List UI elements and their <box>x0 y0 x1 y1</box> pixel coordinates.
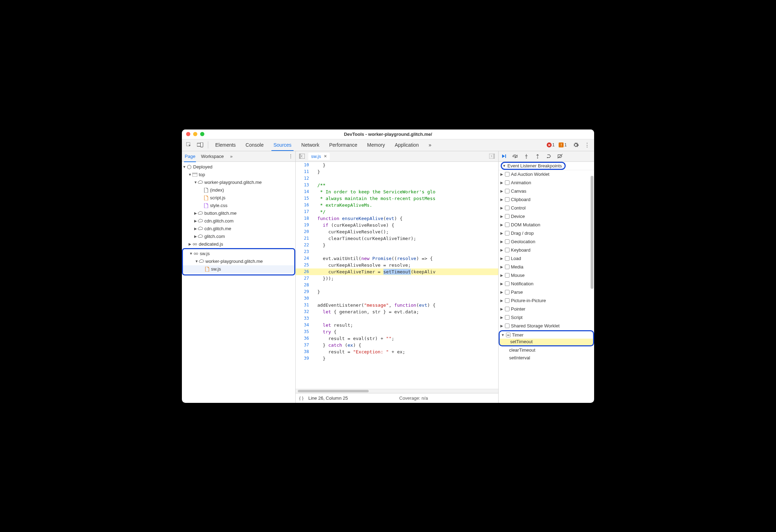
tab-sources[interactable]: Sources <box>269 139 296 151</box>
tree-file[interactable]: (index) <box>182 186 295 194</box>
step-out-icon[interactable] <box>534 153 541 159</box>
breakpoint-category[interactable]: ▶Drag / drop <box>499 229 594 238</box>
code-line[interactable]: 12 <box>296 175 498 182</box>
tree-service-worker[interactable]: ▼ sw.js <box>183 250 294 258</box>
tab-memory[interactable]: Memory <box>363 139 389 151</box>
code-line[interactable]: 13 /** <box>296 182 498 188</box>
breakpoint-category[interactable]: ▶Notification <box>499 280 594 288</box>
code-line[interactable]: 37 } catch (ex) { <box>296 342 498 348</box>
code-line[interactable]: 19 if (curKeepAliveResolve) { <box>296 222 498 228</box>
code-line[interactable]: 11 } <box>296 168 498 175</box>
checkbox[interactable] <box>505 307 509 311</box>
event-listener-breakpoints-header[interactable]: ▼ Event Listener Breakpoints <box>499 162 594 170</box>
code-line[interactable]: 15 * always maintain the most-recent pos… <box>296 195 498 202</box>
code-line[interactable]: 31 addEventListener("message", function(… <box>296 302 498 308</box>
page-tab[interactable]: Page <box>184 152 196 160</box>
step-icon[interactable] <box>546 153 552 159</box>
tree-domain-collapsed[interactable]: ▶cdn.glitch.com <box>182 217 295 225</box>
tree-dedicated-worker[interactable]: ▶ dedicated.js <box>182 240 295 248</box>
tree-top-frame[interactable]: ▼ top <box>182 171 295 179</box>
breakpoint-category-timer[interactable]: ▼Timer <box>499 330 594 339</box>
checkbox-partial[interactable] <box>506 333 511 337</box>
breakpoint-category[interactable]: ▶Canvas <box>499 187 594 195</box>
code-line[interactable]: 18 function ensureKeepAlive(evt) { <box>296 215 498 222</box>
code-line[interactable]: 25 curKeepAliveResolve = resolve; <box>296 262 498 268</box>
breakpoint-category[interactable]: ▶Control <box>499 204 594 212</box>
code-line[interactable]: 30 <box>296 295 498 302</box>
code-line[interactable]: 27 })); <box>296 275 498 282</box>
device-toolbar-icon[interactable] <box>195 140 205 149</box>
warning-counter[interactable]: !1 <box>559 142 567 147</box>
tab-performance[interactable]: Performance <box>325 139 361 151</box>
code-line[interactable]: 24 evt.waitUntil(new Promise((resolve) =… <box>296 255 498 262</box>
close-tab-icon[interactable]: ✕ <box>324 154 327 159</box>
code-line[interactable]: 29 } <box>296 288 498 295</box>
breakpoint-category[interactable]: ▶Clipboard <box>499 195 594 204</box>
code-line[interactable]: 39 } <box>296 355 498 362</box>
checkbox[interactable] <box>505 281 509 286</box>
toggle-debugger-icon[interactable] <box>488 152 496 160</box>
vertical-scrollbar[interactable] <box>591 176 593 289</box>
checkbox[interactable] <box>505 290 509 294</box>
kebab-menu-icon[interactable]: ⋮ <box>582 140 592 149</box>
breakpoint-category[interactable]: ▶Picture-in-Picture <box>499 297 594 305</box>
breakpoint-category[interactable]: ▶Geolocation <box>499 238 594 246</box>
deactivate-breakpoints-icon[interactable] <box>557 153 563 159</box>
code-editor[interactable]: 10 }11 }1213 /**14 * In order to keep th… <box>296 162 498 389</box>
checkbox[interactable] <box>505 265 509 269</box>
code-line[interactable]: 17 */ <box>296 208 498 215</box>
step-into-icon[interactable] <box>523 153 530 159</box>
code-line[interactable]: 35 try { <box>296 328 498 335</box>
more-navigator-tabs[interactable]: » <box>230 154 232 159</box>
checkbox[interactable] <box>505 315 509 320</box>
checkbox[interactable] <box>505 248 509 252</box>
navigator-menu-icon[interactable]: ⋮ <box>288 153 293 159</box>
breakpoint-sub-clearTimeout[interactable]: clearTimeout <box>499 346 594 354</box>
code-line[interactable]: 23 <box>296 248 498 255</box>
tab-application[interactable]: Application <box>390 139 423 151</box>
code-line[interactable]: 22 } <box>296 242 498 248</box>
tree-domain-collapsed[interactable]: ▶cdn.glitch.me <box>182 225 295 233</box>
checkbox[interactable] <box>505 206 509 210</box>
tab-network[interactable]: Network <box>297 139 323 151</box>
checkbox[interactable] <box>505 172 509 177</box>
checkbox[interactable] <box>505 273 509 278</box>
tree-root[interactable]: ▼ Deployed <box>182 163 295 171</box>
breakpoint-category[interactable]: ▶Ad Auction Worklet <box>499 170 594 179</box>
tree-domain-collapsed[interactable]: ▶button.glitch.me <box>182 210 295 217</box>
breakpoint-sub-setTimeout[interactable]: setTimeout <box>499 339 594 346</box>
checkbox[interactable] <box>505 180 509 185</box>
breakpoint-sub-setInterval[interactable]: setInterval <box>499 354 594 362</box>
breakpoint-category[interactable]: ▶Parse <box>499 288 594 297</box>
code-line[interactable]: 28 <box>296 282 498 288</box>
tree-domain[interactable]: ▼ worker-playground.glitch.me <box>182 179 295 186</box>
checkbox[interactable] <box>505 256 509 261</box>
tree-file[interactable]: script.js <box>182 194 295 202</box>
code-line[interactable]: 32 let { generation, str } = evt.data; <box>296 308 498 315</box>
checkbox[interactable] <box>505 239 509 244</box>
step-over-icon[interactable] <box>512 153 518 159</box>
code-line[interactable]: 33 <box>296 315 498 322</box>
checkbox[interactable] <box>505 231 509 235</box>
tab-elements[interactable]: Elements <box>211 139 240 151</box>
code-line[interactable]: 16 * extraKeepAliveMs. <box>296 202 498 208</box>
breakpoint-category[interactable]: ▶Media <box>499 263 594 271</box>
checkbox[interactable] <box>505 298 509 303</box>
pretty-print-icon[interactable]: { } <box>299 395 305 400</box>
tree-domain-collapsed[interactable]: ▶glitch.com <box>182 233 295 240</box>
code-line[interactable]: 36 result = eval(str) + ""; <box>296 335 498 342</box>
tree-sw-domain[interactable]: ▼ worker-playground.glitch.me <box>183 258 294 265</box>
code-line[interactable]: 10 } <box>296 162 498 168</box>
code-line[interactable]: 26 curKeepAliveTimer = setTimeout(keepAl… <box>296 268 498 275</box>
checkbox[interactable] <box>505 189 509 193</box>
breakpoint-category[interactable]: ▶Load <box>499 254 594 263</box>
breakpoint-category[interactable]: ▶Script <box>499 313 594 322</box>
checkbox[interactable] <box>505 197 509 202</box>
code-line[interactable]: 34 let result; <box>296 322 498 328</box>
horizontal-scrollbar[interactable] <box>296 389 498 393</box>
tab-console[interactable]: Console <box>241 139 268 151</box>
tree-file-swjs[interactable]: sw.js <box>183 265 294 273</box>
code-line[interactable]: 20 curKeepAliveResolve(); <box>296 228 498 235</box>
toggle-navigator-icon[interactable] <box>298 152 306 160</box>
breakpoint-category[interactable]: ▶Device <box>499 212 594 221</box>
